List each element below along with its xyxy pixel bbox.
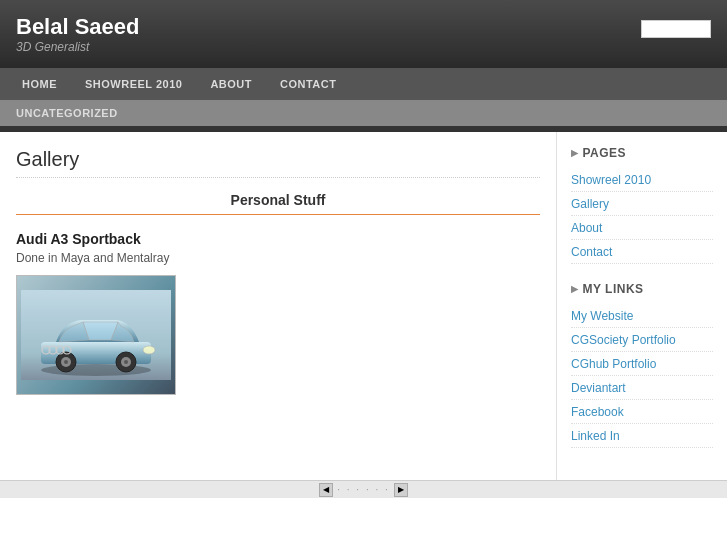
list-item: About [571,216,713,240]
scroll-right-arrow[interactable]: ▶ [394,483,408,497]
list-item: My Website [571,304,713,328]
link-deviantart[interactable]: Deviantart [571,381,626,395]
svg-point-9 [143,346,155,354]
page-contact[interactable]: Contact [571,245,612,259]
car-title: Audi A3 Sportback [16,231,540,247]
car-image [16,275,176,395]
nav-showreel[interactable]: SHOWREEL 2010 [71,68,196,100]
list-item: CGSociety Portfolio [571,328,713,352]
content-wrapper: Gallery Personal Stuff Audi A3 Sportback… [0,132,727,480]
subnav-bar: UNCATEGORIZED [0,100,727,126]
list-item: Showreel 2010 [571,168,713,192]
site-subtitle: 3D Generalist [16,40,711,54]
subnav-label: UNCATEGORIZED [16,107,118,119]
link-facebook[interactable]: Facebook [571,405,624,419]
site-header: Belal Saeed 3D Generalist [0,0,727,68]
pages-section-title: Pages [571,146,713,160]
svg-point-8 [124,360,128,364]
horizontal-scrollbar[interactable]: ◀ · · · · · · ▶ [0,480,727,498]
scroll-track: · · · · · · [337,484,390,495]
car-description: Done in Maya and Mentalray [16,251,540,265]
my-links-list: My Website CGSociety Portfolio CGhub Por… [571,304,713,448]
pages-list: Showreel 2010 Gallery About Contact [571,168,713,264]
page-showreel[interactable]: Showreel 2010 [571,173,651,187]
scroll-left-arrow[interactable]: ◀ [319,483,333,497]
main-content: Gallery Personal Stuff Audi A3 Sportback… [0,132,557,480]
list-item: Deviantart [571,376,713,400]
links-section-title: MY LINKS [571,282,713,296]
gallery-title: Gallery [16,148,540,178]
list-item: CGhub Portfolio [571,352,713,376]
list-item: Facebook [571,400,713,424]
nav-contact[interactable]: CONTACT [266,68,350,100]
page-gallery[interactable]: Gallery [571,197,609,211]
personal-stuff-heading: Personal Stuff [16,192,540,208]
list-item: Linked In [571,424,713,448]
list-item: Contact [571,240,713,264]
nav-home[interactable]: HOME [8,68,71,100]
link-linkedin[interactable]: Linked In [571,429,620,443]
search-input[interactable] [641,20,711,38]
sidebar: Pages Showreel 2010 Gallery About Contac… [557,132,727,480]
link-cgsociety[interactable]: CGSociety Portfolio [571,333,676,347]
list-item: Gallery [571,192,713,216]
page-about[interactable]: About [571,221,602,235]
link-mywebsite[interactable]: My Website [571,309,633,323]
site-title: Belal Saeed [16,14,711,40]
svg-point-5 [64,360,68,364]
nav-about[interactable]: ABOUT [196,68,266,100]
main-nav: HOME SHOWREEL 2010 ABOUT CONTACT [0,68,727,100]
link-cghub[interactable]: CGhub Portfolio [571,357,656,371]
car-svg [21,290,171,380]
orange-divider [16,214,540,215]
